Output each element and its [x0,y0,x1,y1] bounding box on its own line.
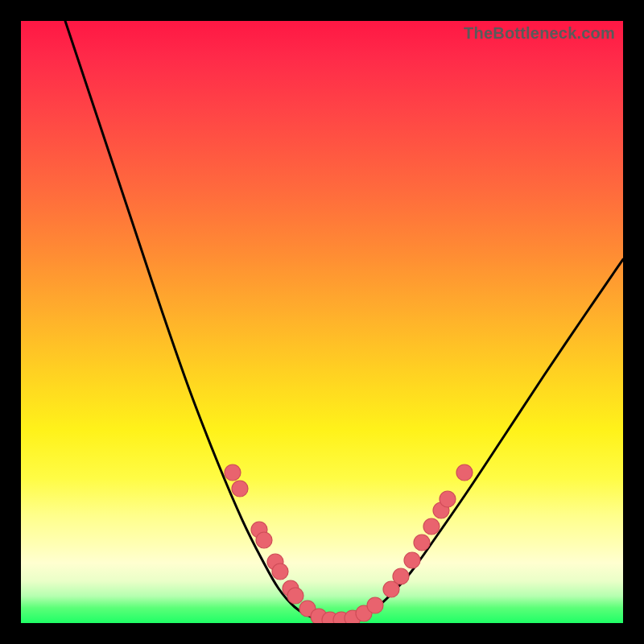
marker-dots-group [225,464,473,623]
marker-dot [393,568,409,584]
marker-dot [404,552,420,568]
marker-dot [287,588,303,604]
chart-svg [21,21,623,623]
bottleneck-curve [65,21,623,621]
marker-dot [272,564,288,580]
marker-dot [225,464,241,481]
chart-frame: TheBottleneck.com [0,0,644,644]
marker-dot [423,518,440,535]
marker-dot [367,597,383,613]
marker-dot [232,481,248,497]
marker-dot [440,491,456,507]
plot-area: TheBottleneck.com [21,21,623,623]
marker-dot [414,535,430,551]
marker-dot [456,464,473,481]
marker-dot [256,532,272,548]
